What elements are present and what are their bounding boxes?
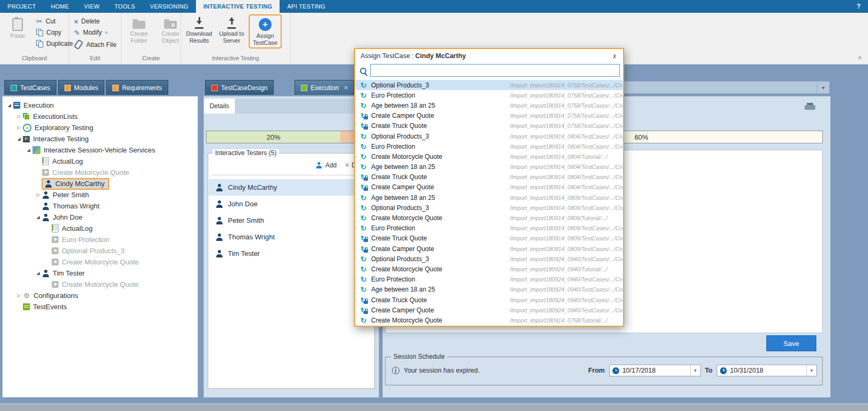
tree-item[interactable]: ActualLog <box>3 223 198 234</box>
testcase-row[interactable]: Age between 18 an 25 /Import_import18092… <box>356 285 623 295</box>
testcase-row[interactable]: Optional Products_3 /Import_import180914… <box>356 80 623 90</box>
tree-expander-icon[interactable]: ▷ <box>15 293 22 298</box>
testcase-row[interactable]: Create Motorcycle Quote /Import_import18… <box>356 151 623 162</box>
menubar-item[interactable]: VIEW <box>77 0 107 13</box>
document-tab[interactable]: TestCases <box>4 80 56 95</box>
document-tab[interactable]: Requirements <box>106 80 168 95</box>
tester-row[interactable]: John Doe <box>209 196 374 212</box>
document-tab[interactable]: Execution × <box>294 80 354 95</box>
testcase-row[interactable]: Create Truck Quote /Import_import180914_… <box>356 172 623 182</box>
tree-expander-icon[interactable]: ▷ <box>15 125 22 130</box>
testcase-row[interactable]: Optional Products_3 /Import_import180914… <box>356 131 623 141</box>
refresh-icon <box>361 152 367 161</box>
testcase-row[interactable]: Age between 18 an 25 /Import_import18091… <box>356 192 623 203</box>
from-date-combobox[interactable]: 10/17/2018 ▾ <box>609 365 701 376</box>
add-label: Add <box>325 162 337 169</box>
menubar-item[interactable]: VERSIONING <box>143 0 196 13</box>
attach-file-button[interactable]: Attach File <box>72 39 119 50</box>
paste-button[interactable]: Paste <box>3 14 32 41</box>
tester-row[interactable]: Thomas Wright <box>209 229 374 245</box>
testcase-row[interactable]: Create Motorcycle Quote /Import_import18… <box>356 315 623 325</box>
tree-item[interactable]: ▷ ExecutionLists <box>3 111 198 122</box>
tree-item[interactable]: ▷ Peter Smith <box>3 189 198 200</box>
menubar-item-label: VIEW <box>84 3 100 10</box>
testcase-row[interactable]: Optional Products_3 /Import_import180914… <box>356 203 623 213</box>
testcase-row[interactable]: Age between 18 an 25 /Import_import18091… <box>356 162 623 172</box>
document-tab[interactable]: TestCaseDesign <box>205 80 274 95</box>
tree-item[interactable]: ◢ John Doe <box>3 212 198 223</box>
tester-row[interactable]: Peter Smith <box>209 212 374 229</box>
tree-item[interactable]: ▷ ⚙ Configurations <box>3 290 198 301</box>
testcase-row[interactable]: Create Motorcycle Quote /Import_import18… <box>356 264 623 274</box>
menubar-item[interactable]: PROJECT <box>0 0 43 13</box>
save-button[interactable]: Save <box>766 335 816 351</box>
tree-item[interactable]: Thomas Wright <box>3 200 198 212</box>
tree-item-box: Thomas Wright <box>42 200 100 212</box>
search-input[interactable] <box>370 64 620 77</box>
tree-item[interactable]: Create Motorcycle Quote <box>3 256 198 268</box>
tester-row[interactable]: Cindy McCarthy <box>209 179 374 196</box>
ribbon-collapse-button[interactable]: ^ <box>858 55 862 62</box>
testcase-row[interactable]: Age between 18 an 25 /Import_import18091… <box>356 100 623 110</box>
tree-item[interactable]: ◢ Interactive Session-Vehicle Services <box>3 144 198 156</box>
tree-expander-icon[interactable]: ◢ <box>6 103 13 108</box>
close-icon[interactable]: x <box>610 52 619 60</box>
tree-item[interactable]: ◢ Tim Tester <box>3 268 198 279</box>
to-date-combobox[interactable]: 10/31/2018 ▾ <box>717 365 817 376</box>
tree-expander-icon[interactable]: ◢ <box>15 136 22 141</box>
testcase-icon <box>42 169 49 176</box>
testcase-icon <box>52 281 59 288</box>
tree-item[interactable]: Cindy McCarthy <box>3 178 198 189</box>
testcase-row[interactable]: Create Camper Quote /Import_import180914… <box>356 111 623 121</box>
modify-button[interactable]: ✎ Modify ▾ <box>72 28 119 37</box>
menubar-item[interactable]: TOOLS <box>107 0 143 13</box>
testcase-row[interactable]: Euro Protection /Import_import180914_080… <box>356 141 623 151</box>
testcase-row[interactable]: Create Camper Quote /Import_import180914… <box>356 182 623 192</box>
tree-expander-icon[interactable]: ◢ <box>35 271 42 276</box>
tab-details[interactable]: Details <box>204 99 235 114</box>
help-button[interactable]: ? <box>849 0 868 13</box>
tree-expander-icon[interactable]: ◢ <box>35 215 42 220</box>
tree-item[interactable]: TestEvents <box>3 301 198 312</box>
add-tester-button[interactable]: Add <box>315 162 337 169</box>
testcase-icon-cell <box>356 316 371 325</box>
tree-expander-icon[interactable]: ◢ <box>25 148 32 152</box>
tree-item[interactable]: Create Motorcycle Quote <box>3 279 198 290</box>
tree-item[interactable]: ActualLog <box>3 156 198 167</box>
upload-to-server-button[interactable]: Upload to Server <box>216 14 247 45</box>
tree-expander-icon[interactable]: ▷ <box>35 192 42 197</box>
testcase-name: Create Motorcycle Quote <box>371 317 510 324</box>
menubar-item[interactable]: API TESTING <box>280 0 333 13</box>
tree-item[interactable]: Euro Protection <box>3 234 198 245</box>
testcase-row[interactable]: Create Truck Quote /Import_import180914_… <box>356 121 623 131</box>
testcase-icon-cell <box>356 101 371 110</box>
printer-icon[interactable] <box>805 103 815 111</box>
delete-button[interactable]: × Delete <box>72 17 119 26</box>
document-tab[interactable]: Modules <box>58 80 104 95</box>
tree-item[interactable]: Create Motorcycle Quote <box>3 167 198 178</box>
tree-item[interactable]: ◢ Interactive Testing <box>3 133 198 144</box>
testcase-row[interactable]: Euro Protection /Import_import180914_080… <box>356 223 623 233</box>
chevron-down-icon[interactable]: ▾ <box>690 365 700 376</box>
testcase-row[interactable]: Optional Products_3 /Import_import180924… <box>356 254 623 264</box>
tree-item[interactable]: ◢ Execution <box>3 100 198 111</box>
download-results-button[interactable]: Download Results <box>184 14 215 45</box>
testcase-row[interactable]: Create Motorcycle Quote /Import_import18… <box>356 213 623 223</box>
chevron-down-icon[interactable]: ▾ <box>806 365 816 376</box>
assign-testcase-button[interactable]: + Assign TestCase <box>250 15 281 47</box>
tree-item[interactable]: ▷ Exploratory Testing <box>3 122 198 133</box>
testcase-row[interactable]: Create Truck Quote /Import_import180924_… <box>356 295 623 305</box>
person-icon <box>42 214 50 221</box>
testcase-row[interactable]: Euro Protection /Import_import180924_094… <box>356 275 623 285</box>
tree-expander-icon[interactable]: ▷ <box>15 114 22 119</box>
tab-close-icon[interactable]: × <box>344 84 348 92</box>
menubar-item[interactable]: HOME <box>43 0 76 13</box>
testcase-row[interactable]: Create Camper Quote /Import_import180914… <box>356 244 623 254</box>
tester-row[interactable]: Tim Tester <box>209 245 374 262</box>
testcase-row[interactable]: Euro Protection /Import_import180914_075… <box>356 90 623 100</box>
menubar-item[interactable]: INTERACTIVE TESTING <box>196 0 280 13</box>
testcase-row[interactable]: Create Camper Quote /Import_import180924… <box>356 305 623 315</box>
testcase-row[interactable]: Create Truck Quote /Import_import180914_… <box>356 233 623 244</box>
tree-item[interactable]: Optional Products_3 <box>3 245 198 256</box>
create-folder-button[interactable]: Create Folder <box>124 14 154 45</box>
